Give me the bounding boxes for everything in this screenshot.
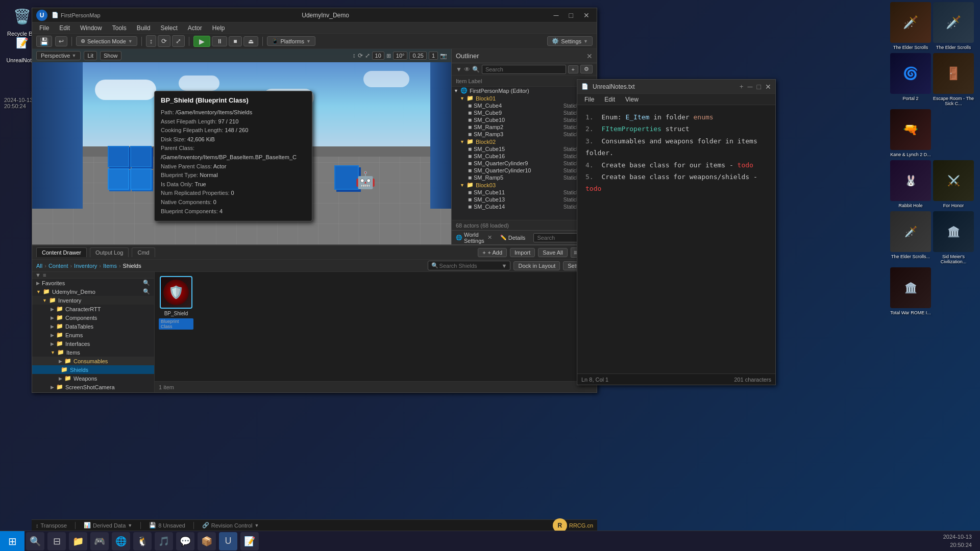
tree-item-sm-ramp2[interactable]: ◼ SM_Ramp2 StaticMeshAc: [452, 123, 597, 131]
camera-speed[interactable]: 1: [429, 52, 438, 60]
lit-button[interactable]: Lit: [84, 51, 97, 60]
camera-icon[interactable]: 📷: [440, 53, 447, 59]
sidebar-datatables[interactable]: ▶ 📁 DataTables: [32, 322, 154, 331]
rotate-icon[interactable]: ⟳: [358, 52, 363, 59]
breadcrumb-all[interactable]: All: [36, 263, 42, 269]
maximize-button[interactable]: □: [566, 10, 576, 20]
grid-size[interactable]: 10: [372, 52, 384, 60]
search-input[interactable]: [439, 263, 501, 269]
tab-content-drawer[interactable]: Content Drawer: [36, 247, 87, 257]
search-dropdown[interactable]: ▼: [502, 263, 507, 269]
menu-window[interactable]: Window: [75, 23, 107, 33]
portal-icon[interactable]: 🌀 Portal 2: [890, 53, 931, 106]
notes-menu-edit[interactable]: Edit: [599, 95, 620, 104]
notes-close[interactable]: ✕: [765, 83, 771, 91]
tree-item-block01[interactable]: ▼ 📁 Block01 Folder: [452, 94, 597, 102]
tree-item-sm-cube9[interactable]: ◼ SM_Cube9 StaticMeshAc: [452, 109, 597, 116]
angle-value[interactable]: 10°: [393, 52, 408, 60]
sidebar-consumables[interactable]: ▶ 📁 Consumables: [32, 357, 154, 365]
tree-item-sm-cube15[interactable]: ◼ SM_Cube15 StaticMeshAc: [452, 145, 597, 153]
for-honor-icon[interactable]: ⚔️ For Honor: [933, 160, 974, 208]
tree-item-sm-cube4[interactable]: ◼ SM_Cube4 StaticMeshAc: [452, 102, 597, 109]
tree-item-sm-cube13[interactable]: ◼ SM_Cube13 StaticMeshAc: [452, 196, 597, 203]
breadcrumb-items[interactable]: Items: [103, 263, 117, 269]
taskbar-icon-7[interactable]: 💬: [176, 532, 194, 550]
sidebar-components[interactable]: ▶ 📁 Components: [32, 313, 154, 322]
world-settings-close[interactable]: ✕: [487, 234, 492, 241]
total-war-icon[interactable]: 🏛️ Total War ROME I...: [890, 267, 931, 315]
move-tool[interactable]: ↕: [146, 35, 157, 47]
outliner-close[interactable]: ✕: [586, 52, 593, 60]
undo-button[interactable]: ↩: [55, 36, 67, 46]
notes-minimize[interactable]: ─: [748, 83, 753, 91]
tree-item-sm-cube16[interactable]: ◼ SM_Cube16 StaticMeshAc: [452, 153, 597, 160]
save-button[interactable]: 💾: [36, 36, 52, 47]
menu-select[interactable]: Select: [155, 23, 182, 33]
elder-scrolls-icon-1[interactable]: 🗡️ The Elder Scrolls: [890, 2, 931, 50]
notes-new-tab[interactable]: +: [740, 83, 744, 90]
sidebar-interfaces[interactable]: ▶ 📁 Interfaces: [32, 339, 154, 348]
add-button[interactable]: + + Add: [478, 248, 507, 257]
revision-dropdown[interactable]: ▼: [254, 523, 259, 528]
scale-tool[interactable]: ⤢: [172, 35, 185, 47]
sidebar-inventory[interactable]: ▼ 📁 Inventory: [32, 296, 154, 305]
taskbar-ue[interactable]: U: [219, 532, 237, 550]
notes-menu-file[interactable]: File: [579, 95, 599, 104]
tree-item-sm-cube10[interactable]: ◼ SM_Cube10 StaticMeshAc: [452, 116, 597, 123]
civ-icon[interactable]: 🏛️ Sid Meier's Civilization...: [933, 211, 974, 264]
notes-maximize[interactable]: □: [757, 83, 761, 91]
notes-menu-view[interactable]: View: [620, 95, 644, 104]
taskbar-taskview[interactable]: ⊟: [47, 532, 66, 550]
elder-scrolls-3-icon[interactable]: 🗡️ The Elder Scrolls...: [890, 211, 931, 264]
asset-bp-shield[interactable]: 🛡️ BP_Shield Blueprint Class: [159, 276, 193, 330]
breadcrumb-shields[interactable]: Shields: [123, 263, 141, 269]
kane-lynch-icon[interactable]: 🔫 Kane & Lynch 2 D...: [890, 109, 931, 157]
minimize-button[interactable]: ─: [551, 10, 562, 20]
world-settings-tab[interactable]: 🌐 World Settings ✕: [456, 232, 492, 244]
taskbar-explorer[interactable]: 📁: [69, 532, 87, 550]
move-icon[interactable]: ↕: [353, 52, 356, 59]
start-button[interactable]: ⊞: [0, 531, 24, 552]
taskbar-browser[interactable]: 🌐: [112, 532, 130, 550]
outliner-settings[interactable]: ⚙: [580, 65, 593, 73]
eject-button[interactable]: ⏏: [243, 36, 258, 46]
tree-item-sm-ramp3[interactable]: ◼ SM_Ramp3 StaticMeshAc: [452, 131, 597, 138]
tree-item-sm-ramp5[interactable]: ◼ SM_Ramp5 StaticMeshAc: [452, 174, 597, 181]
sidebar-favorites[interactable]: ▶ Favorites 🔍: [32, 279, 154, 287]
taskbar-notepad[interactable]: 📝: [240, 532, 259, 550]
sidebar-items[interactable]: ▼ 📁 Items: [32, 348, 154, 357]
filter-icon[interactable]: ▼: [35, 272, 41, 278]
save-all-button[interactable]: Save All: [538, 248, 568, 257]
rabbit-hole-icon[interactable]: 🐰 Rabbit Hole: [890, 160, 931, 208]
tree-item-block02[interactable]: ▼ 📁 Block02 Folder: [452, 138, 597, 145]
tree-item-sm-cube14[interactable]: ◼ SM_Cube14 StaticMeshAc: [452, 203, 597, 210]
notes-editor[interactable]: 1. Enum: E_Item in folder enums 2. FItem…: [577, 105, 775, 373]
taskbar-icon-8[interactable]: 📦: [198, 532, 216, 550]
selection-mode-button[interactable]: ⊕ Selection Mode ▼: [76, 36, 137, 46]
perspective-button[interactable]: Perspective ▼: [36, 51, 81, 60]
filter-options[interactable]: ≡: [43, 272, 46, 278]
details-tab[interactable]: ✏️ Details: [500, 235, 526, 241]
import-button[interactable]: Import: [510, 248, 535, 257]
sidebar-weapons[interactable]: ▶ 📁 Weapons: [32, 374, 154, 383]
settings-button[interactable]: ⚙️ Settings ▼: [547, 36, 593, 46]
taskbar-gamepad[interactable]: 🎮: [90, 532, 109, 550]
taskbar-icon-5[interactable]: 🐧: [133, 532, 152, 550]
stop-button[interactable]: ■: [229, 36, 241, 46]
menu-tools[interactable]: Tools: [107, 23, 132, 33]
scale-icon[interactable]: ⤢: [365, 52, 370, 59]
sidebar-screenshotcamera[interactable]: ▶ 📁 ScreenShotCamera: [32, 383, 154, 391]
scale-value[interactable]: 0.25: [409, 52, 426, 60]
tree-item-0[interactable]: ▼ 🌐 FirstPersonMap (Editor) World: [452, 87, 597, 94]
platforms-button[interactable]: 📱 Platforms ▼: [267, 36, 315, 46]
elder-scrolls-icon-2[interactable]: 🗡️ The Elder Scrolls: [933, 2, 974, 50]
menu-help[interactable]: Help: [207, 23, 230, 33]
tab-cmd[interactable]: Cmd: [132, 247, 155, 257]
taskbar-icon-6[interactable]: 🎵: [155, 532, 173, 550]
pause-button[interactable]: ⏸: [212, 36, 227, 46]
tree-item-block03[interactable]: ▼ 📁 Block03 Folder: [452, 181, 597, 189]
tab-output-log[interactable]: Output Log: [90, 247, 129, 257]
sidebar-project[interactable]: ▼ 📁 UdemyInv_Demo 🔍: [32, 287, 154, 296]
menu-file[interactable]: File: [34, 23, 54, 33]
menu-actor[interactable]: Actor: [183, 23, 207, 33]
